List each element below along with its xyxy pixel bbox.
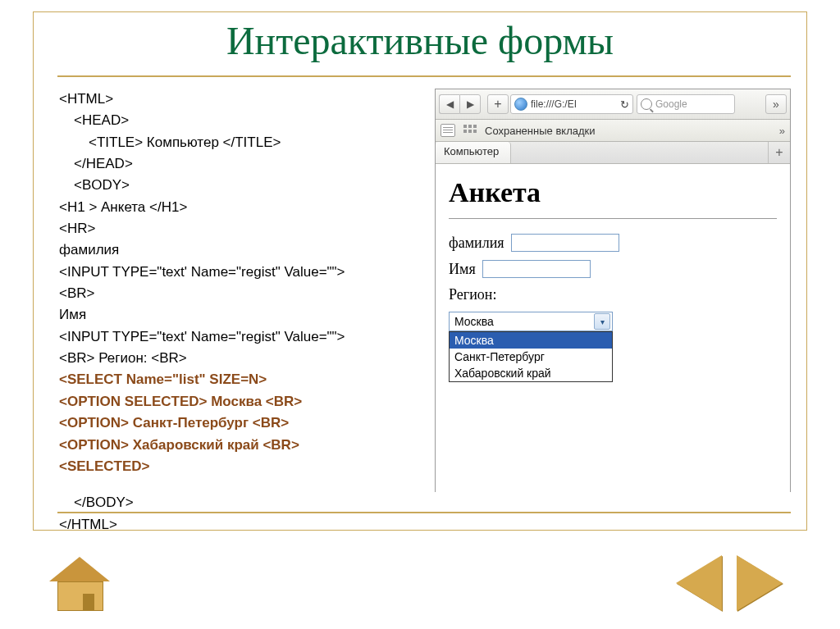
search-icon (641, 98, 652, 110)
code-line: <BODY> (59, 175, 412, 196)
home-icon-door (83, 594, 94, 610)
add-button[interactable]: + (487, 94, 509, 114)
slide-title: Интерактивные формы (0, 18, 840, 63)
option-spb[interactable]: Санкт-Петербург (450, 349, 612, 365)
label-surname: фамилия (449, 235, 504, 252)
code-line: <TITLE> Компьютер </TITLE> (59, 132, 412, 153)
input-name[interactable] (482, 260, 591, 278)
home-icon-body (57, 581, 103, 611)
option-khabarovsk[interactable]: Хабаровский край (450, 365, 612, 381)
bookmarks-label[interactable]: Сохраненные вкладки (485, 125, 595, 137)
home-icon (49, 557, 110, 581)
search-placeholder: Google (655, 98, 687, 110)
code-line: <BR> (59, 283, 412, 304)
nav-footer (0, 542, 840, 616)
page-heading: Анкета (449, 177, 777, 208)
home-button[interactable] (49, 560, 110, 611)
divider-top (57, 75, 791, 77)
address-text: file:///G:/EI (531, 98, 577, 110)
code-line: <HR> (59, 218, 412, 239)
option-moscow[interactable]: Москва (450, 332, 612, 349)
forward-button[interactable]: ▶ (459, 94, 481, 114)
reload-icon[interactable]: ↻ (620, 98, 629, 111)
search-box[interactable]: Google (637, 94, 735, 114)
code-line: <OPTION> Санкт-Петербург <BR> (59, 412, 412, 434)
code-line: <H1 > Анкета </H1> (59, 197, 412, 218)
code-line: <HEAD> (59, 110, 412, 131)
page-hr (449, 218, 777, 219)
code-line: <INPUT TYPE="text' Name="regist" Value="… (59, 326, 412, 348)
prev-slide-button[interactable] (676, 555, 722, 611)
book-icon[interactable] (441, 124, 455, 137)
label-name: Имя (449, 261, 476, 278)
code-block: <HTML> <HEAD> <TITLE> Компьютер </TITLE>… (59, 89, 412, 536)
code-line: </HEAD> (59, 153, 412, 175)
tab-strip: Компьютер + (436, 142, 790, 164)
code-line: <SELECTED> (59, 456, 412, 477)
code-line: </HTML> (59, 514, 412, 536)
region-dropdown: Москва Санкт-Петербург Хабаровский край (449, 331, 613, 382)
code-line: Имя (59, 304, 412, 326)
overflow-icon[interactable]: » (779, 125, 785, 137)
region-select[interactable]: Москва ▾ (449, 312, 613, 331)
select-value: Москва (454, 315, 494, 328)
input-surname[interactable] (511, 234, 619, 252)
globe-icon (514, 98, 527, 111)
back-button[interactable]: ◀ (439, 94, 459, 114)
code-line: <OPTION SELECTED> Москва <BR> (59, 391, 412, 412)
speed-dial-icon[interactable] (463, 125, 477, 136)
label-region: Регион: (449, 286, 496, 303)
next-slide-button[interactable] (737, 555, 783, 611)
arrow-left-icon (676, 555, 722, 611)
code-line: <SELECT Name="list" SIZE=N> (59, 369, 412, 390)
code-line: <HTML> (59, 89, 412, 110)
page-content: Анкета фамилия Имя Регион: Москва ▾ Моск… (436, 164, 790, 513)
code-line: </BODY> (59, 492, 412, 513)
new-tab-button[interactable]: + (768, 142, 790, 163)
bookmarks-bar: Сохраненные вкладки » (436, 120, 790, 142)
code-line: <OPTION> Хабаровский край <BR> (59, 435, 412, 456)
arrow-right-icon (737, 555, 783, 611)
tab-active[interactable]: Компьютер (436, 142, 511, 163)
chevron-down-icon: ▾ (594, 313, 610, 330)
browser-toolbar: ◀ ▶ + file:///G:/EI ↻ Google » (436, 89, 790, 120)
browser-window: ◀ ▶ + file:///G:/EI ↻ Google » Сохраненн… (435, 89, 791, 492)
code-line: фамилия (59, 239, 412, 261)
code-line: <INPUT TYPE="text' Name="regist" Value="… (59, 262, 412, 283)
divider-bottom (57, 512, 791, 513)
overflow-button[interactable]: » (765, 94, 787, 114)
code-line: <BR> Регион: <BR> (59, 348, 412, 369)
address-bar[interactable]: file:///G:/EI ↻ (510, 94, 633, 114)
